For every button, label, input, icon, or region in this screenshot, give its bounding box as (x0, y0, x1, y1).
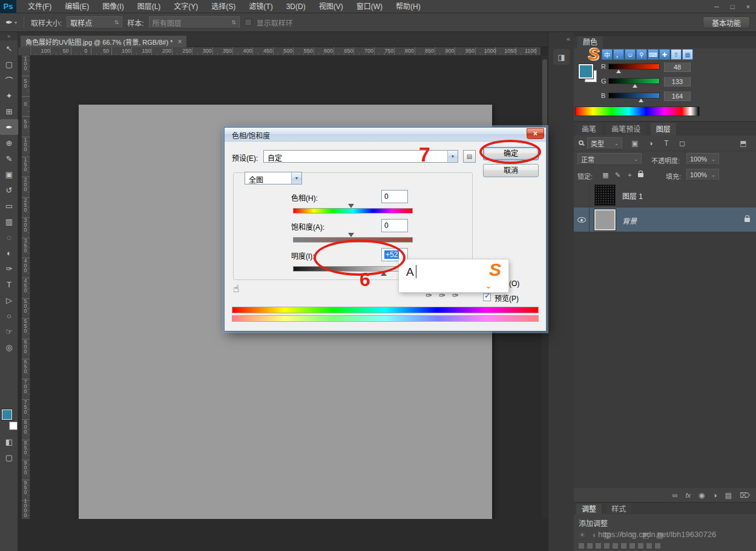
delete-layer-icon[interactable]: ⌦ (740, 491, 750, 500)
adjustment-preset-icon[interactable] (638, 543, 643, 549)
saturation-input[interactable]: 0 (381, 219, 408, 232)
adjustment-icon[interactable]: ☀ (579, 530, 586, 540)
adjustment-icon[interactable]: ▦ (656, 530, 663, 540)
vertical-ruler[interactable]: 1005005010015020025030035040045050055060… (22, 56, 30, 519)
menu-item[interactable]: 视图(V) (312, 0, 350, 13)
menu-item[interactable]: 窗口(W) (350, 0, 389, 13)
saturation-slider-marker[interactable] (348, 233, 354, 237)
blend-mode-dropdown[interactable]: 正常 ⌄ (577, 153, 642, 165)
shape-tool[interactable]: ○ (0, 308, 18, 324)
punctuation-icon[interactable]: ， (613, 49, 624, 60)
maximize-button[interactable]: □ (725, 0, 740, 13)
ime-toolbar[interactable]: S 中，☺⚲⌨✚⇧▦ (588, 46, 693, 63)
voice-input-icon[interactable]: ⚲ (636, 49, 647, 60)
background-color-swatch[interactable] (9, 422, 18, 430)
layer-thumbnail[interactable] (594, 209, 616, 230)
emoji-icon[interactable]: ☺ (625, 49, 636, 60)
document-tab[interactable]: 角色展好的UV贴图.jpg @ 66.7% (背景, RGB/8#) * × (21, 36, 186, 47)
collapse-tools-icon[interactable]: » (0, 32, 18, 41)
close-button[interactable]: × (740, 0, 756, 13)
brush-tool[interactable]: ✎ (0, 151, 18, 166)
layer-thumbnail[interactable] (594, 184, 616, 206)
hue-input[interactable]: 0 (381, 190, 408, 203)
horizontal-ruler[interactable]: 1005005010015020025030035040045050055060… (30, 47, 541, 56)
menu-item[interactable]: 帮助(H) (389, 0, 427, 13)
lock-all-icon[interactable] (638, 173, 643, 177)
adjustment-preset-icon[interactable] (587, 543, 593, 549)
zoom-tool[interactable]: ◎ (0, 339, 18, 355)
link-layers-icon[interactable]: ∞ (672, 491, 678, 500)
new-adjustment-layer-icon[interactable]: ◑ (712, 491, 717, 500)
menu-item[interactable]: 图层(L) (131, 0, 168, 13)
lock-move-icon[interactable]: + (626, 171, 634, 178)
menu-item[interactable]: 图像(I) (96, 0, 130, 13)
lock-transparency-icon[interactable]: ▦ (602, 171, 610, 179)
blue-channel-value[interactable]: 164 (664, 91, 691, 101)
layer-row-background[interactable]: 背景 (574, 207, 756, 232)
adjustment-preset-icon[interactable] (621, 543, 626, 549)
tab-layers[interactable]: 图层 (651, 123, 676, 136)
channel-dropdown[interactable]: 全图 ▼ (245, 172, 302, 184)
workspace-button[interactable]: 基本功能 (703, 16, 750, 28)
show-ring-checkbox[interactable] (245, 19, 252, 26)
collapse-panels-icon[interactable]: « (567, 35, 570, 42)
pen-tool[interactable]: ✑ (0, 261, 18, 276)
quick-selection-tool[interactable]: ✦ (0, 88, 18, 103)
tab-brush[interactable]: 画笔 (576, 123, 602, 136)
gradient-tool[interactable]: ▥ (0, 214, 18, 229)
sample-size-dropdown[interactable]: 取样点 ⇅ (67, 16, 122, 28)
dialog-close-button[interactable]: × (527, 128, 544, 139)
menu-item[interactable]: 3D(D) (280, 0, 312, 13)
clone-stamp-tool[interactable]: ▣ (0, 166, 18, 182)
eyedropper-icon[interactable]: ✑ (426, 291, 432, 300)
fill-dropdown[interactable]: 100% ⌄ (686, 169, 719, 181)
path-selection-tool[interactable]: ▷ (0, 292, 18, 308)
red-channel-value[interactable]: 48 (664, 62, 691, 72)
eyedropper-tool[interactable]: ✒ (0, 119, 18, 135)
hue-slider[interactable] (293, 208, 413, 214)
adjustment-preset-icon[interactable] (646, 543, 652, 549)
menu-item[interactable]: 编辑(E) (58, 0, 96, 13)
adjustment-icon[interactable]: ◐ (593, 530, 597, 540)
move-tool[interactable]: ↖ (0, 41, 18, 56)
green-channel-slider[interactable] (608, 78, 660, 84)
green-channel-value[interactable]: 133 (664, 76, 691, 86)
adjustment-preset-icon[interactable] (613, 543, 618, 549)
adjustment-preset-icon[interactable] (655, 543, 660, 549)
marquee-tool[interactable]: ▢ (0, 56, 18, 72)
chevron-down-icon[interactable]: ⌄ (485, 282, 491, 290)
dodge-tool[interactable]: ◐ (0, 245, 18, 261)
minimize-button[interactable]: ─ (709, 0, 725, 13)
lasso-tool[interactable]: ⌒ (0, 72, 18, 88)
eraser-tool[interactable]: ▭ (0, 198, 18, 214)
tab-adjustments[interactable]: 调整 (576, 504, 602, 515)
adjustment-icon[interactable]: ◩ (642, 530, 649, 540)
adjustment-icon[interactable]: ◔ (618, 530, 623, 540)
eyedropper-plus-icon[interactable]: ✑ (439, 291, 445, 300)
cancel-button[interactable]: 取消 (483, 164, 539, 177)
type-layer-filter-icon[interactable]: T (661, 137, 672, 149)
adjustment-preset-icon[interactable] (596, 543, 601, 549)
menu-item[interactable]: 选择(S) (205, 0, 242, 13)
adjustment-icon[interactable]: ▤ (604, 530, 611, 540)
quick-mask-button[interactable]: ◧ (0, 434, 18, 449)
menu-item[interactable]: 滤镜(T) (242, 0, 279, 13)
red-channel-slider[interactable] (608, 64, 660, 70)
menu-item[interactable]: 文件(F) (21, 0, 58, 13)
visibility-toggle[interactable] (574, 183, 590, 207)
skin-icon[interactable]: ⇧ (671, 49, 682, 60)
adjustment-icon[interactable]: ▽ (629, 530, 636, 540)
opacity-dropdown[interactable]: 100% ⌄ (686, 153, 719, 165)
foreground-color-swatch[interactable] (2, 409, 12, 420)
close-tab-icon[interactable]: × (177, 37, 182, 46)
crop-tool[interactable]: ⊞ (0, 103, 18, 119)
ruler-corner[interactable] (18, 47, 30, 56)
screen-mode-button[interactable]: ▢ (0, 449, 18, 465)
color-spectrum-ramp[interactable] (575, 106, 700, 116)
hand-tool[interactable]: ☞ (0, 324, 18, 339)
add-mask-icon[interactable]: ◉ (698, 491, 705, 500)
adjustment-layer-filter-icon[interactable]: ◑ (645, 137, 656, 149)
preset-menu-button[interactable]: ▤ (463, 150, 476, 163)
adjustment-preset-icon[interactable] (629, 543, 635, 549)
eyedropper-tool-icon[interactable]: ✒ (4, 18, 15, 27)
